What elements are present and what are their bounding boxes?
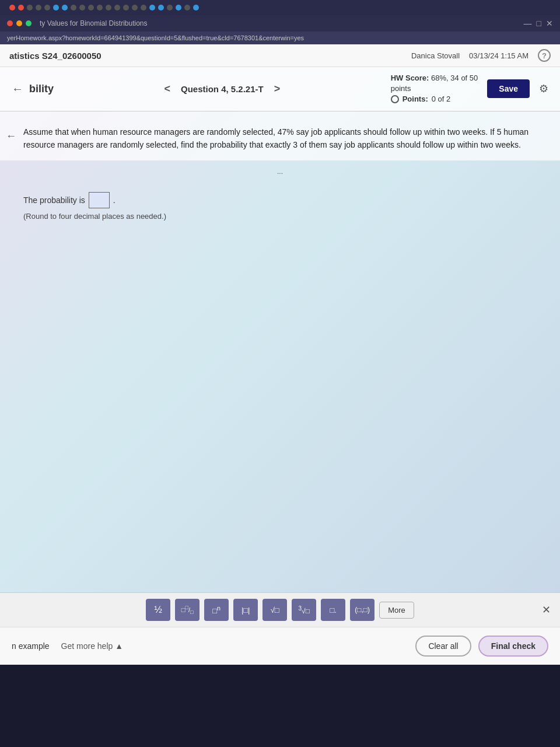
question-nav: < Question 4, 5.2.21-T >	[160, 82, 284, 96]
sqrt-button[interactable]: √□	[262, 599, 287, 621]
bottom-bar: n example Get more help ▲ Clear all Fina…	[0, 627, 560, 665]
question-header: ← bility < Question 4, 5.2.21-T > HW Sco…	[0, 67, 560, 111]
username: Danica Stovall	[411, 51, 460, 60]
points-text: points	[391, 83, 478, 94]
answer-row: The probability is .	[23, 192, 537, 208]
bottom-left: n example Get more help ▲	[12, 641, 123, 651]
question-text: Assume that when human resource managers…	[23, 125, 537, 152]
url-text: yerHomework.aspx?homeworkId=664941399&qu…	[7, 34, 304, 41]
points-value: 0 of 2	[432, 94, 451, 104]
cbrt-button[interactable]: 3√□	[292, 599, 316, 621]
window-title: ty Values for Binomial Distributions	[40, 19, 148, 27]
dot-15	[132, 5, 138, 11]
close-toolbar-icon[interactable]: ✕	[542, 603, 551, 616]
hw-score-label: HW Score:	[391, 74, 429, 82]
dot-11	[97, 5, 103, 11]
dot-16	[141, 5, 146, 11]
url-bar[interactable]: yerHomework.aspx?homeworkId=664941399&qu…	[0, 32, 560, 44]
answer-note: (Round to four decimal places as needed.…	[23, 212, 537, 221]
help-icon[interactable]: ?	[538, 49, 551, 62]
answer-period: .	[113, 196, 116, 205]
dot-8	[71, 5, 76, 11]
title-bar: ty Values for Binomial Distributions — □…	[0, 15, 560, 32]
dot-20	[176, 5, 181, 11]
answer-prefix: The probability is	[23, 196, 85, 205]
dot-9	[79, 5, 85, 11]
example-label: n example	[12, 641, 50, 651]
dot-10	[88, 5, 94, 11]
dot-17	[149, 5, 155, 11]
minimize-button[interactable]: —	[524, 19, 532, 28]
get-more-help-button[interactable]: Get more help ▲	[61, 641, 123, 651]
math-toolbar: ½ □□/□ □n |□| √□ 3√□ □. (□,□) More ✕	[0, 592, 560, 627]
window-controls[interactable]: — □ ✕	[524, 19, 553, 28]
title-dot-red	[7, 20, 13, 26]
maximize-button[interactable]: □	[537, 19, 541, 28]
prev-question-button[interactable]: <	[160, 82, 174, 96]
main-content: ← bility < Question 4, 5.2.21-T > HW Sco…	[0, 67, 560, 592]
hw-score-text: HW Score: 68%, 34 of 50	[391, 73, 478, 83]
final-check-button[interactable]: Final check	[478, 636, 548, 657]
user-info: Danica Stovall 03/13/24 1:15 AM ?	[411, 49, 551, 62]
probability-input[interactable]	[89, 192, 110, 208]
dot-19	[167, 5, 173, 11]
decimal-button[interactable]: □.	[321, 599, 345, 621]
dot-1	[9, 5, 15, 11]
title-dot-yellow	[16, 20, 22, 26]
more-button[interactable]: More	[379, 602, 414, 619]
bottom-right: Clear all Final check	[415, 636, 548, 657]
points-label: Points:	[402, 94, 428, 104]
clear-all-button[interactable]: Clear all	[415, 636, 471, 657]
dot-13	[114, 5, 120, 11]
course-title: atistics S24_02600050	[9, 51, 102, 61]
dot-4	[36, 5, 41, 11]
settings-icon[interactable]: ⚙	[539, 82, 548, 95]
dot-22	[193, 5, 199, 11]
fraction-button[interactable]: ½	[146, 599, 170, 621]
back-arrow[interactable]: ←	[12, 82, 23, 96]
dot-12	[106, 5, 111, 11]
question-body: ← Assume that when human resource manage…	[0, 111, 560, 161]
question-container: ← Assume that when human resource manage…	[0, 111, 560, 176]
dot-18	[158, 5, 164, 11]
score-area: HW Score: 68%, 34 of 50 points Points: 0…	[391, 73, 548, 105]
datetime: 03/13/24 1:15 AM	[469, 51, 528, 60]
dot-3	[27, 5, 33, 11]
more-dots: ...	[0, 167, 560, 176]
next-question-button[interactable]: >	[271, 82, 284, 96]
answer-area: The probability is . (Round to four deci…	[0, 183, 560, 232]
dot-5	[44, 5, 50, 11]
back-left-arrow: ←	[6, 128, 16, 145]
dot-6	[53, 5, 59, 11]
top-nav: atistics S24_02600050 Danica Stovall 03/…	[0, 44, 560, 67]
superscript-button[interactable]: □n	[204, 599, 229, 621]
dot-7	[62, 5, 68, 11]
circle-icon	[391, 95, 399, 103]
hw-score-value: 68%, 34 of 50	[431, 74, 478, 82]
section-label: bility	[29, 83, 54, 95]
dot-2	[18, 5, 24, 11]
close-button[interactable]: ✕	[546, 19, 553, 28]
title-dot-green	[26, 20, 32, 26]
help-arrow-icon: ▲	[115, 641, 123, 651]
question-label: Question 4, 5.2.21-T	[181, 84, 264, 94]
ordered-pair-button[interactable]: (□,□)	[350, 599, 374, 621]
mixed-fraction-button[interactable]: □□/□	[175, 599, 200, 621]
points-area: Points: 0 of 2	[391, 94, 478, 104]
dots-row	[0, 0, 560, 15]
dot-14	[123, 5, 129, 11]
dot-21	[184, 5, 190, 11]
absolute-value-button[interactable]: |□|	[233, 599, 258, 621]
save-button[interactable]: Save	[487, 79, 530, 98]
